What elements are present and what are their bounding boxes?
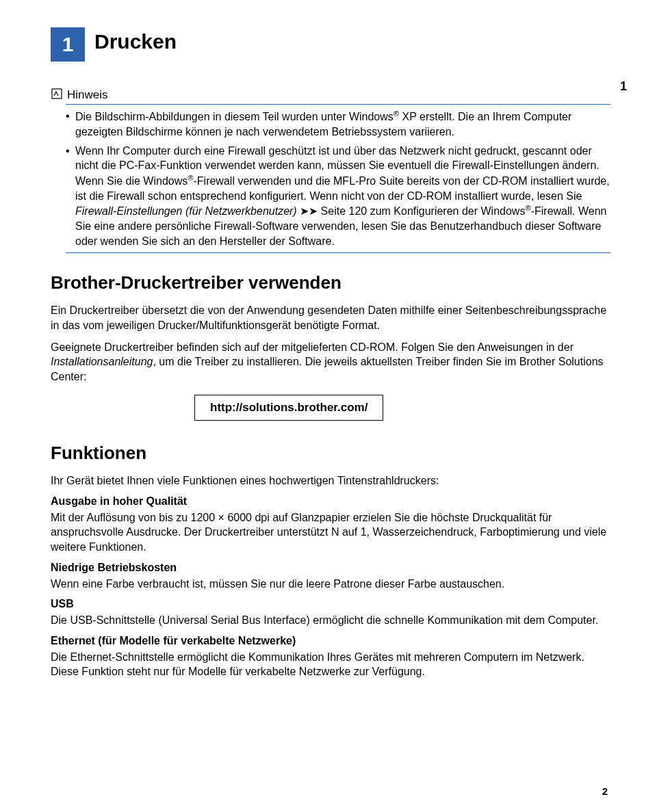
section2-intro: Ihr Gerät bietet Ihnen viele Funktionen … <box>51 473 610 488</box>
note-rule-bottom <box>66 252 610 253</box>
note-icon <box>51 88 63 103</box>
feature2-title: Niedrige Betriebskosten <box>51 562 610 574</box>
page-number-bottom: 2 <box>602 785 608 797</box>
chapter-title: Drucken <box>94 30 177 53</box>
note-rule-top <box>66 104 610 105</box>
feature2-body: Wenn eine Farbe verbraucht ist, müssen S… <box>51 577 610 592</box>
chapter-number-badge: 1 <box>51 27 85 62</box>
feature3-title: USB <box>51 598 610 610</box>
note-header: Hinweis <box>51 88 610 103</box>
note-label: Hinweis <box>67 88 108 102</box>
side-page-number: 1 <box>620 79 627 94</box>
solutions-url-box[interactable]: http://solutions.brother.com/ <box>194 395 383 421</box>
feature3-body: Die USB-Schnittstelle (Universal Serial … <box>51 613 610 628</box>
feature1-body: Mit der Auflösung von bis zu 1200 × 6000… <box>51 510 610 555</box>
feature1-title: Ausgabe in hoher Qualität <box>51 495 610 508</box>
feature4-body: Die Ethernet-Schnittstelle ermöglicht di… <box>51 650 610 679</box>
section1-p1: Ein Druckertreiber übersetzt die von der… <box>51 303 610 332</box>
section1-p2: Geeignete Druckertreiber befinden sich a… <box>51 340 610 384</box>
section-heading-functions: Funktionen <box>51 443 610 464</box>
note-item-1: Die Bildschirm-Abbildungen in diesem Tei… <box>66 109 610 140</box>
note-list: Die Bildschirm-Abbildungen in diesem Tei… <box>51 109 610 248</box>
section-heading-drivers: Brother-Druckertreiber verwenden <box>51 272 610 293</box>
page-content: 1 Drucken 1 Hinweis Die Bildschirm-Abbil… <box>0 0 657 713</box>
note-item-2: Wenn Ihr Computer durch eine Firewall ge… <box>66 144 610 249</box>
feature4-title: Ethernet (für Modelle für verkabelte Net… <box>51 635 610 647</box>
note-box: Hinweis Die Bildschirm-Abbildungen in di… <box>51 88 610 253</box>
chapter-header: 1 Drucken <box>51 27 610 62</box>
